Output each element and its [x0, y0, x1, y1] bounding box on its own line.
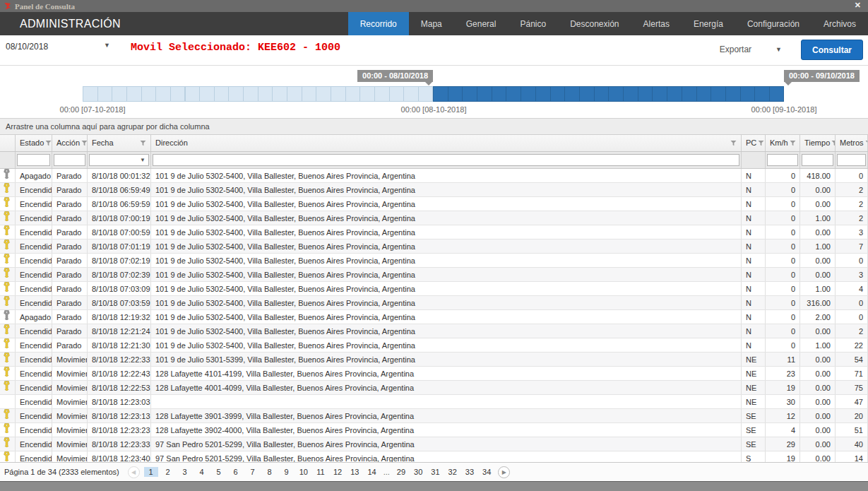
column-header-direccion[interactable]: Dirección — [151, 135, 742, 151]
row-key-icon-cell — [0, 197, 16, 211]
page-number-8[interactable]: 8 — [263, 467, 277, 477]
page-number-12[interactable]: 12 — [331, 467, 345, 477]
cell-pc: NE — [742, 395, 766, 408]
timeline-range-start-tooltip[interactable]: 00:00 - 08/10/2018 — [357, 70, 433, 82]
cell-estado: Encendido — [16, 338, 52, 352]
table-row[interactable]: EncendidoParado8/10/18 12:21:24101 9 de … — [0, 324, 868, 338]
filter-funnel-icon — [758, 140, 764, 146]
tab-recorrido[interactable]: Recorrido — [348, 12, 409, 35]
filter-input-accion[interactable] — [54, 154, 85, 166]
table-row[interactable]: EncendidoParado8/10/18 07:01:19101 9 de … — [0, 239, 868, 254]
timeline-selected-range[interactable] — [433, 86, 784, 102]
table-row[interactable]: EncendidoMovimiento8/10/18 12:22:33101 9… — [0, 353, 868, 367]
filter-input-tiempo[interactable] — [802, 154, 833, 166]
page-number-7[interactable]: 7 — [246, 467, 260, 477]
page-number-32[interactable]: 32 — [446, 467, 460, 477]
filter-cell-direccion — [151, 152, 742, 168]
page-number-31[interactable]: 31 — [428, 467, 442, 477]
cell-direccion: 101 9 de Julio 5302-5400, Villa Balleste… — [151, 211, 742, 225]
table-row[interactable]: EncendidoParado8/10/18 06:59:59101 9 de … — [0, 197, 868, 211]
table-row[interactable]: EncendidoParado8/10/18 07:02:39101 9 de … — [0, 268, 868, 282]
table-row[interactable]: EncendidoMovimiento8/10/18 12:22:43128 L… — [0, 367, 868, 381]
cell-kmh: 0 — [766, 225, 800, 239]
window-titlebar: Panel de Consulta ✕ — [0, 0, 868, 12]
cell-metros: 54 — [836, 353, 868, 366]
timeline-range-end-tooltip[interactable]: 00:00 - 09/10/2018 — [784, 70, 860, 82]
cell-direccion: 101 9 de Julio 5302-5400, Villa Balleste… — [151, 338, 742, 352]
tab-energia[interactable]: Energía — [682, 12, 735, 35]
filter-input-direccion[interactable] — [153, 154, 739, 166]
tab-mapa[interactable]: Mapa — [409, 12, 454, 35]
date-select[interactable]: 08/10/2018 ▼ — [6, 42, 110, 52]
column-header-fecha[interactable]: Fecha — [88, 135, 151, 151]
table-row[interactable]: EncendidoMovimiento8/10/18 12:23:03NE300… — [0, 395, 868, 409]
page-number-1[interactable]: 1 — [144, 467, 158, 477]
cell-kmh: 0 — [766, 268, 800, 281]
close-icon[interactable]: ✕ — [855, 1, 861, 10]
column-header-km-h[interactable]: Km/h — [766, 135, 800, 151]
table-row[interactable]: EncendidoParado8/10/18 07:03:09101 9 de … — [0, 282, 868, 296]
table-row[interactable]: EncendidoMovimiento8/10/18 12:23:13128 L… — [0, 409, 868, 423]
cell-fecha: 8/10/18 06:59:49 — [88, 183, 151, 196]
filter-cell-accion — [52, 152, 88, 168]
export-dropdown[interactable]: Exportar ▼ — [720, 45, 782, 54]
page-number-10[interactable]: 10 — [297, 467, 311, 477]
page-number-33[interactable]: 33 — [463, 467, 477, 477]
column-header-label: Dirección — [155, 135, 188, 151]
column-header-metros[interactable]: Metros — [836, 135, 868, 151]
page-number-3[interactable]: 3 — [178, 467, 192, 477]
filter-funnel-icon — [140, 140, 146, 146]
column-header-pc[interactable]: PC — [742, 135, 766, 151]
table-row[interactable]: EncendidoParado8/10/18 07:03:59101 9 de … — [0, 296, 868, 310]
cell-direccion: 97 San Pedro 5201-5299, Villa Ballester,… — [151, 451, 742, 462]
group-by-drop-zone[interactable]: Arrastre una columna aquí para agrupar p… — [0, 118, 868, 135]
table-row[interactable]: EncendidoParado8/10/18 07:02:19101 9 de … — [0, 254, 868, 268]
column-header-accion[interactable]: Acción — [52, 135, 88, 151]
filter-input-fecha[interactable] — [89, 154, 149, 166]
page-number-29[interactable]: 29 — [394, 467, 408, 477]
cell-fecha: 8/10/18 07:01:19 — [88, 239, 151, 253]
table-row[interactable]: EncendidoParado8/10/18 12:21:30101 9 de … — [0, 338, 868, 353]
row-key-icon-cell — [0, 367, 16, 380]
page-number-13[interactable]: 13 — [347, 467, 362, 477]
table-row[interactable]: EncendidoParado8/10/18 06:59:49101 9 de … — [0, 183, 868, 197]
row-key-icon-cell — [0, 423, 16, 437]
page-number-30[interactable]: 30 — [411, 467, 425, 477]
timeline-unselected-range[interactable] — [83, 86, 433, 102]
column-header-estado[interactable]: Estado — [16, 135, 52, 151]
tab-configuracion[interactable]: Configuración — [735, 12, 811, 35]
page-number-9[interactable]: 9 — [280, 467, 294, 477]
next-page-icon[interactable]: ▶ — [498, 466, 510, 478]
page-number-11[interactable]: 11 — [314, 467, 328, 477]
table-row[interactable]: EncendidoMovimiento8/10/18 12:23:4097 Sa… — [0, 451, 868, 462]
table-row[interactable]: EncendidoParado8/10/18 07:00:19101 9 de … — [0, 211, 868, 225]
column-header-tiempo[interactable]: Tiempo — [800, 135, 836, 151]
cell-pc: N — [742, 239, 766, 253]
page-number-6[interactable]: 6 — [229, 467, 243, 477]
page-number-34[interactable]: 34 — [480, 467, 494, 477]
tab-panico[interactable]: Pánico — [508, 12, 558, 35]
table-row[interactable]: EncendidoMovimiento8/10/18 12:23:3397 Sa… — [0, 437, 868, 451]
page-number-4[interactable]: 4 — [195, 467, 209, 477]
table-row[interactable]: ApagadoParado8/10/18 00:01:32101 9 de Ju… — [0, 169, 868, 183]
table-row[interactable]: EncendidoParado8/10/18 07:00:59101 9 de … — [0, 225, 868, 239]
filter-input-km-h[interactable] — [767, 154, 798, 166]
cell-tiempo: 0.00 — [800, 437, 836, 451]
filter-input-metros[interactable] — [837, 154, 866, 166]
consultar-button[interactable]: Consultar — [801, 40, 863, 60]
prev-page-icon[interactable]: ◀ — [128, 466, 140, 478]
grid-body: ApagadoParado8/10/18 00:01:32101 9 de Ju… — [0, 169, 868, 462]
filter-cell-metros — [836, 152, 868, 168]
table-row[interactable]: EncendidoMovimiento8/10/18 12:22:53128 L… — [0, 381, 868, 395]
page-number-14[interactable]: 14 — [364, 467, 379, 477]
tab-alertas[interactable]: Alertas — [631, 12, 682, 35]
cell-tiempo: 0.00 — [800, 367, 836, 380]
tab-desconexion[interactable]: Desconexión — [558, 12, 631, 35]
tab-archivos[interactable]: Archivos — [811, 12, 868, 35]
table-row[interactable]: ApagadoParado8/10/18 12:19:32101 9 de Ju… — [0, 310, 868, 324]
tab-general[interactable]: General — [454, 12, 509, 35]
filter-input-estado[interactable] — [17, 154, 50, 166]
page-number-5[interactable]: 5 — [212, 467, 226, 477]
table-row[interactable]: EncendidoMovimiento8/10/18 12:23:23128 L… — [0, 423, 868, 437]
page-number-2[interactable]: 2 — [161, 467, 175, 477]
